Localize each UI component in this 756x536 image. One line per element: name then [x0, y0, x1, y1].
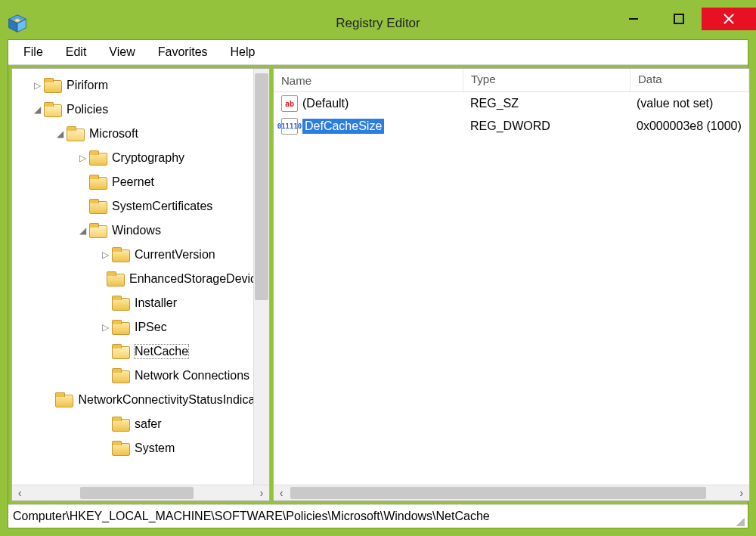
tree-item-label: SystemCertificates — [112, 200, 212, 213]
tree-item-label: CurrentVersion — [135, 248, 215, 262]
folder-icon — [112, 320, 130, 335]
tree-item-label: NetCache — [135, 345, 188, 358]
menu-favorites[interactable]: Favorites — [149, 42, 217, 62]
tree-item-label: Peernet — [112, 175, 154, 189]
tree-item[interactable]: ◢Policies — [15, 98, 269, 122]
tree-pane: ▷Piriform◢Policies◢Microsoft▷Cryptograph… — [11, 68, 270, 501]
tree-item-label: EnhancedStorageDevices — [129, 272, 269, 286]
tree-item[interactable]: Installer — [15, 291, 269, 315]
maximize-button[interactable] — [656, 8, 702, 30]
tree-item[interactable]: ◢Microsoft — [15, 122, 269, 146]
tree-item-label: System — [135, 442, 175, 455]
tree-item[interactable]: ▷IPSec — [15, 315, 269, 339]
window-frame: Registry Editor File Edit View Favorites… — [0, 0, 756, 536]
tree-item-label: safer — [135, 417, 162, 431]
status-path: Computer\HKEY_LOCAL_MACHINE\SOFTWARE\Pol… — [13, 510, 490, 523]
folder-icon — [112, 344, 130, 359]
folder-icon — [112, 296, 130, 311]
tree-body[interactable]: ▷Piriform◢Policies◢Microsoft▷Cryptograph… — [12, 69, 269, 485]
value-type: REG_DWORD — [463, 119, 629, 133]
tree-item[interactable]: NetCache — [15, 339, 269, 364]
folder-icon — [55, 392, 73, 407]
expand-icon[interactable]: ▷ — [30, 80, 44, 91]
expand-icon[interactable]: ▷ — [98, 322, 112, 333]
tree-item[interactable]: ▷CurrentVersion — [15, 243, 269, 267]
window-controls — [611, 8, 756, 32]
tree-item-label: Cryptography — [112, 151, 184, 165]
menubar: File Edit View Favorites Help — [8, 40, 748, 65]
tree-item-label: IPSec — [135, 321, 167, 334]
value-data: (value not set) — [629, 97, 749, 110]
resize-grip-icon[interactable] — [734, 516, 745, 526]
minimize-button[interactable] — [611, 8, 656, 30]
tree-item-label: Piriform — [67, 79, 108, 92]
titlebar[interactable]: Registry Editor — [8, 8, 748, 39]
value-type: REG_SZ — [463, 97, 629, 110]
scroll-left-icon[interactable]: ‹ — [274, 485, 289, 500]
folder-icon — [44, 102, 62, 117]
tree-item[interactable]: Network Connections — [15, 364, 269, 388]
expand-icon[interactable]: ◢ — [76, 225, 89, 236]
folder-icon — [89, 199, 107, 214]
dword-value-icon: 011110 — [281, 118, 298, 135]
tree-item[interactable]: Peernet — [15, 170, 269, 194]
tree-vertical-scrollbar[interactable] — [253, 69, 269, 485]
menu-view[interactable]: View — [100, 42, 144, 62]
folder-icon — [107, 271, 125, 287]
folder-icon — [89, 223, 107, 238]
tree-item[interactable]: ▷Cryptography — [15, 146, 269, 170]
folder-icon — [89, 150, 107, 166]
tree-item[interactable]: ◢Windows — [15, 218, 269, 243]
workspace: ▷Piriform◢Policies◢Microsoft▷Cryptograph… — [8, 65, 748, 504]
list-row[interactable]: 011110DefCacheSizeREG_DWORD0x000003e8 (1… — [274, 115, 749, 138]
folder-icon — [112, 368, 130, 383]
menu-file[interactable]: File — [14, 42, 52, 62]
expand-icon[interactable]: ◢ — [30, 104, 44, 115]
expand-icon[interactable]: ◢ — [53, 129, 67, 139]
folder-icon — [67, 126, 85, 141]
scrollbar-thumb[interactable] — [290, 487, 706, 499]
tree-item-label: Microsoft — [89, 127, 138, 141]
list-header: Name Type Data — [274, 69, 749, 92]
status-bar: Computer\HKEY_LOCAL_MACHINE\SOFTWARE\Pol… — [8, 504, 748, 528]
tree-item-label: Windows — [112, 224, 161, 237]
tree-item[interactable]: SystemCertificates — [15, 194, 269, 218]
client-area: File Edit View Favorites Help ▷Piriform◢… — [8, 39, 748, 528]
tree-item[interactable]: EnhancedStorageDevices — [15, 267, 269, 291]
app-icon — [8, 14, 27, 33]
close-button[interactable] — [702, 8, 756, 30]
list-row[interactable]: ab(Default)REG_SZ(value not set) — [274, 92, 749, 115]
tree-item[interactable]: safer — [15, 412, 269, 436]
scrollbar-thumb[interactable] — [255, 73, 268, 300]
menu-help[interactable]: Help — [222, 42, 265, 62]
folder-icon — [112, 247, 130, 262]
value-data: 0x000003e8 (1000) — [629, 119, 749, 133]
expand-icon[interactable]: ▷ — [76, 153, 89, 163]
column-header-name[interactable]: Name — [274, 69, 463, 91]
scroll-right-icon[interactable]: › — [254, 485, 269, 500]
list-body[interactable]: ab(Default)REG_SZ(value not set)011110De… — [274, 92, 749, 485]
list-horizontal-scrollbar[interactable]: ‹ › — [274, 485, 749, 500]
values-pane: Name Type Data ab(Default)REG_SZ(value n… — [273, 68, 750, 501]
column-header-data[interactable]: Data — [631, 69, 749, 91]
expand-icon[interactable]: ▷ — [98, 249, 112, 260]
tree-item[interactable]: System — [15, 436, 269, 460]
folder-icon — [89, 175, 107, 190]
tree-horizontal-scrollbar[interactable]: ‹ › — [12, 485, 269, 500]
scroll-right-icon[interactable]: › — [734, 485, 749, 500]
folder-icon — [112, 417, 130, 432]
value-name: (Default) — [302, 97, 349, 110]
tree-item[interactable]: NetworkConnectivityStatusIndicator — [15, 388, 269, 412]
tree-item-label: NetworkConnectivityStatusIndicator — [78, 393, 269, 407]
folder-icon — [112, 441, 130, 456]
menu-edit[interactable]: Edit — [57, 42, 96, 62]
tree-item[interactable]: ▷Piriform — [15, 73, 269, 98]
scroll-left-icon[interactable]: ‹ — [12, 485, 27, 500]
string-value-icon: ab — [281, 95, 298, 112]
tree-item-label: Policies — [67, 103, 108, 116]
tree-item-label: Installer — [135, 296, 177, 310]
folder-icon — [44, 78, 62, 93]
svg-rect-5 — [674, 14, 683, 23]
scrollbar-thumb[interactable] — [80, 487, 194, 499]
column-header-type[interactable]: Type — [463, 69, 631, 91]
